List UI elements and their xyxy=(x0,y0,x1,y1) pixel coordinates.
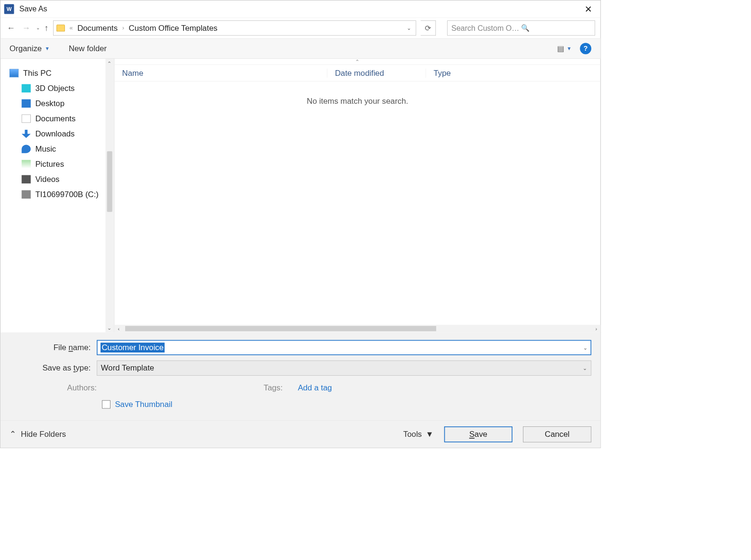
breadcrumb-dropdown[interactable]: ⌄ xyxy=(407,25,412,31)
file-list: ⌃ Name Date modified Type No items match… xyxy=(114,59,601,333)
3d-icon xyxy=(22,84,31,93)
chevron-down-icon: ▼ xyxy=(45,45,50,51)
column-name[interactable]: Name xyxy=(115,68,327,77)
search-icon: 🔍 xyxy=(521,24,591,32)
save-thumbnail-checkbox[interactable] xyxy=(102,400,110,409)
tree-item-label: Documents xyxy=(35,114,75,123)
tree-item-label: Desktop xyxy=(35,99,64,108)
folder-icon xyxy=(56,25,65,31)
organize-toolbar: Organize ▼ New folder ▤ ▼ ? xyxy=(0,38,601,59)
up-button[interactable]: ↑ xyxy=(45,23,49,33)
tree-item-music[interactable]: Music xyxy=(8,141,111,156)
doc-icon xyxy=(22,115,31,123)
scroll-thumb[interactable] xyxy=(125,326,436,331)
scroll-up-icon[interactable]: ⌃ xyxy=(107,59,112,68)
column-date[interactable]: Date modified xyxy=(327,68,426,77)
tools-dropdown[interactable]: Tools ▼ xyxy=(403,430,434,439)
breadcrumb-custom-templates[interactable]: Custom Office Templates xyxy=(129,24,218,33)
history-dropdown[interactable]: ⌄ xyxy=(36,26,40,31)
footer: ⌃ Hide Folders Tools ▼ Save Cancel xyxy=(0,420,601,448)
sidebar-scrollbar[interactable]: ⌃ ⌄ xyxy=(105,59,114,333)
search-placeholder: Search Custom Office Templa... xyxy=(451,24,521,32)
desktop-icon xyxy=(22,99,31,108)
pc-icon xyxy=(9,69,18,78)
tree-item-videos[interactable]: Videos xyxy=(8,172,111,187)
down-icon xyxy=(22,130,31,138)
nav-bar: ← → ⌄ ↑ « Documents › Custom Office Temp… xyxy=(0,18,601,38)
column-type[interactable]: Type xyxy=(426,68,601,77)
organize-button[interactable]: Organize ▼ xyxy=(9,44,50,53)
tags-label: Tags: xyxy=(264,383,283,392)
tree-item-desktop[interactable]: Desktop xyxy=(8,96,111,111)
new-folder-button[interactable]: New folder xyxy=(69,44,107,53)
view-options-button[interactable]: ▤ ▼ xyxy=(557,44,571,53)
app-icon: W xyxy=(4,4,14,14)
tree-item-ti10699700b-c-[interactable]: TI10699700B (C:)⌄ xyxy=(8,187,111,202)
forward-button[interactable]: → xyxy=(21,23,31,33)
filename-input[interactable]: Customer Invoice ⌄ xyxy=(97,340,591,355)
list-view-icon: ▤ xyxy=(557,44,564,53)
scroll-right-icon[interactable]: › xyxy=(592,325,601,332)
tree-item-label: Pictures xyxy=(35,160,64,169)
chevron-up-icon: ⌃ xyxy=(9,430,16,439)
scroll-thumb[interactable] xyxy=(107,151,112,212)
tree-item-label: Downloads xyxy=(35,129,74,138)
collapse-handle[interactable]: ⌃ xyxy=(115,59,601,65)
tree-item-label: Videos xyxy=(35,175,59,184)
tree-item-pictures[interactable]: Pictures xyxy=(8,156,111,172)
chevron-down-icon: ▼ xyxy=(567,45,571,51)
close-button[interactable]: ✕ xyxy=(580,0,596,17)
tree-item-label: TI10699700B (C:) xyxy=(35,190,99,199)
nav-tree: This PC 3D ObjectsDesktopDocumentsDownlo… xyxy=(0,59,114,333)
chevron-right-icon: › xyxy=(122,25,124,31)
save-type-select[interactable]: Word Template ⌄ xyxy=(97,361,591,376)
back-button[interactable]: ← xyxy=(6,23,16,33)
help-button[interactable]: ? xyxy=(580,43,591,54)
content-area: This PC 3D ObjectsDesktopDocumentsDownlo… xyxy=(0,59,601,333)
save-thumbnail-label[interactable]: Save Thumbnail xyxy=(115,400,172,409)
scroll-left-icon[interactable]: ‹ xyxy=(115,325,123,332)
drive-icon xyxy=(22,190,31,199)
tree-this-pc[interactable]: This PC xyxy=(8,65,111,81)
tree-item-label: 3D Objects xyxy=(35,84,74,93)
tree-item-documents[interactable]: Documents xyxy=(8,111,111,126)
breadcrumb-documents[interactable]: Documents xyxy=(77,24,118,33)
save-form: File name: Customer Invoice ⌄ Save as ty… xyxy=(0,333,601,421)
tree-item-3d-objects[interactable]: 3D Objects xyxy=(8,81,111,96)
tree-item-label: Music xyxy=(35,145,56,154)
add-tag-link[interactable]: Add a tag xyxy=(298,383,332,392)
authors-label: Authors: xyxy=(47,383,97,392)
hide-folders-button[interactable]: ⌃ Hide Folders xyxy=(9,430,66,439)
save-type-value: Word Template xyxy=(101,363,154,372)
scroll-down-icon[interactable]: ⌄ xyxy=(107,323,112,332)
tree-item-downloads[interactable]: Downloads xyxy=(8,126,111,141)
save-as-dialog: W Save As ✕ ← → ⌄ ↑ « Documents › Custom… xyxy=(0,0,601,448)
horizontal-scrollbar[interactable]: ‹ › xyxy=(115,325,601,333)
refresh-button[interactable]: ⟳ xyxy=(421,20,436,36)
breadcrumb-prefix: « xyxy=(69,25,73,31)
window-title: Save As xyxy=(19,5,580,13)
video-icon xyxy=(22,175,31,184)
chevron-down-icon: ⌄ xyxy=(583,365,587,371)
music-icon xyxy=(22,145,31,154)
save-type-label: Save as type: xyxy=(9,363,97,372)
filename-value: Customer Invoice xyxy=(101,343,165,352)
filename-label: File name: xyxy=(9,343,97,352)
breadcrumb-bar[interactable]: « Documents › Custom Office Templates ⌄ xyxy=(53,20,416,36)
save-button[interactable]: Save xyxy=(444,426,513,443)
chevron-down-icon: ▼ xyxy=(426,430,434,439)
title-bar: W Save As ✕ xyxy=(0,0,601,18)
column-headers: Name Date modified Type xyxy=(115,65,601,81)
empty-message: No items match your search. xyxy=(115,81,601,325)
pic-icon xyxy=(22,160,31,169)
filename-history-dropdown[interactable]: ⌄ xyxy=(583,344,588,351)
search-input[interactable]: Search Custom Office Templa... 🔍 xyxy=(447,20,595,36)
cancel-button[interactable]: Cancel xyxy=(523,426,591,443)
